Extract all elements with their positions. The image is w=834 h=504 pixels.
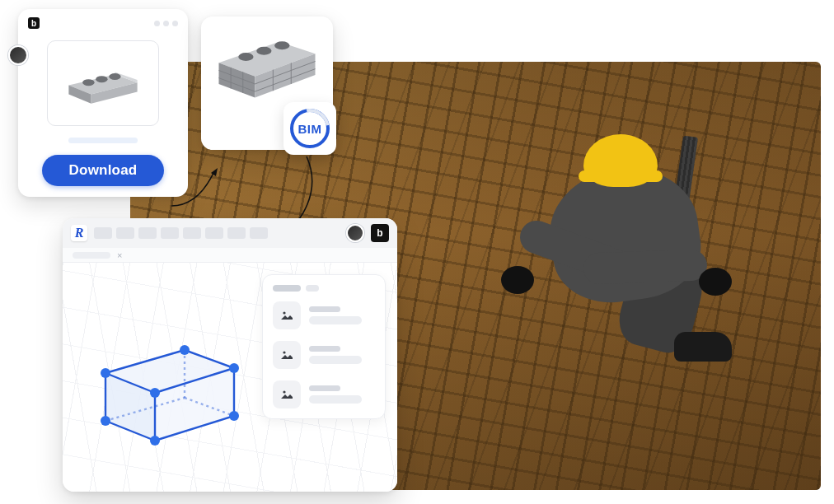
cinder-block-icon [62, 60, 144, 106]
user-avatar [346, 224, 364, 242]
bounding-box-gizmo[interactable] [86, 325, 251, 457]
svg-point-30 [150, 388, 160, 398]
revit-viewport[interactable] [63, 263, 397, 492]
svg-point-31 [101, 416, 110, 426]
panel-header [273, 285, 375, 292]
toolbar-tabs [94, 227, 268, 239]
list-item[interactable] [273, 301, 375, 329]
svg-point-19 [256, 47, 271, 55]
svg-point-5 [96, 76, 107, 82]
svg-point-28 [180, 345, 190, 355]
cinder-block-large-icon [214, 28, 320, 104]
list-item[interactable] [273, 341, 375, 369]
svg-point-4 [82, 79, 94, 86]
svg-point-37 [283, 390, 285, 393]
construction-worker [485, 111, 765, 375]
plugin-logo-icon: b [371, 224, 389, 242]
bim-object-card: BIM [201, 16, 333, 150]
bim-progress-ring-icon: BIM [290, 109, 330, 148]
close-tab-icon[interactable]: × [117, 250, 122, 260]
placeholder-line [68, 138, 138, 143]
object-list-panel [262, 274, 386, 419]
revit-tab-strip: × [63, 248, 397, 263]
image-icon [273, 380, 301, 408]
list-item[interactable] [273, 380, 375, 408]
bim-badge: BIM [283, 102, 336, 155]
user-avatar [8, 45, 28, 65]
svg-point-29 [229, 363, 239, 373]
svg-point-36 [283, 351, 285, 353]
download-button[interactable]: Download [42, 155, 164, 186]
svg-point-18 [238, 53, 253, 61]
image-icon [273, 301, 301, 329]
revit-toolbar: R b [63, 218, 397, 248]
svg-point-20 [274, 41, 289, 49]
revit-window: R b × [63, 218, 397, 492]
svg-point-27 [101, 368, 110, 378]
svg-point-32 [150, 436, 160, 446]
svg-point-6 [109, 73, 120, 80]
bim-label: BIM [298, 122, 322, 136]
list-item-text [309, 385, 362, 404]
product-thumbnail [47, 40, 159, 126]
svg-point-35 [283, 311, 285, 314]
product-download-card: b Download [18, 9, 188, 197]
revit-logo-icon: R [71, 225, 87, 241]
window-controls-icon [154, 21, 178, 26]
list-item-text [309, 346, 362, 364]
brand-logo-icon: b [28, 17, 40, 29]
list-item-text [309, 306, 362, 324]
svg-point-33 [229, 411, 239, 421]
document-tab[interactable] [73, 252, 110, 259]
image-icon [273, 341, 301, 369]
